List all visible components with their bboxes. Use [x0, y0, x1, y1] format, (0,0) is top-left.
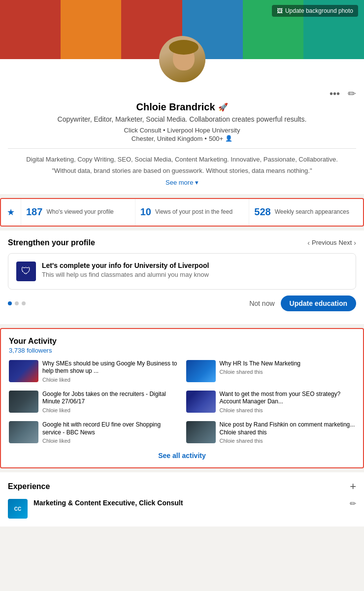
profile-views-count: 187	[26, 206, 42, 218]
exp-role: Marketing & Content Executive, Click Con…	[33, 499, 183, 507]
activity-title-4: Want to get the most from your SEO strat…	[220, 391, 356, 406]
profile-name-section: Chloie Brandrick 🚀 Copywriter, Editor, M…	[0, 101, 364, 142]
university-shield: 🛡	[16, 262, 36, 281]
list-item[interactable]: Why HR Is The New Marketing Chloie share…	[186, 360, 356, 383]
activity-title-5: Google hit with record EU fine over Shop…	[42, 421, 178, 436]
education-actions: Not now Update education	[249, 296, 356, 311]
edit-experience-button[interactable]: ✏	[350, 499, 356, 508]
avatar-image	[159, 36, 205, 82]
activity-followers[interactable]: 3,738 followers	[9, 347, 355, 354]
activity-grid: Why SMEs should be using Google My Busin…	[9, 360, 355, 444]
university-text: Liverpool Hope University	[167, 127, 240, 134]
star-icon: ★	[7, 207, 15, 218]
banner-segment-1	[0, 0, 61, 59]
search-label: Weekly search appearances	[275, 208, 349, 216]
not-now-button[interactable]: Not now	[249, 299, 274, 307]
location-separator: •	[204, 135, 207, 142]
experience-title: Experience	[8, 482, 50, 491]
see-more-button[interactable]: See more ▾	[165, 179, 199, 186]
activity-thumbnail-6	[186, 421, 216, 443]
more-options-button[interactable]: •••	[330, 88, 340, 99]
exp-info: Marketing & Content Executive, Click Con…	[33, 499, 183, 507]
camera-icon: 🖼	[277, 7, 283, 14]
company-logo: CC	[8, 499, 28, 519]
activity-info-2: Why HR Is The New Marketing Chloie share…	[220, 360, 301, 375]
analytics-post-views[interactable]: 10 Views of your post in the feed	[135, 199, 250, 226]
name-text: Chloie Brandrick	[136, 101, 215, 113]
analytics-search-appearances[interactable]: 528 Weekly search appearances	[249, 199, 363, 226]
activity-action-3: Chloie liked	[42, 407, 178, 413]
activity-action-5: Chloie liked	[42, 438, 178, 444]
thumb-img-4	[186, 391, 216, 413]
analytics-bar: ★ 187 Who's viewed your profile 10 Views…	[0, 198, 364, 227]
analytics-profile-views[interactable]: 187 Who's viewed your profile	[21, 199, 135, 226]
connections-icon: 👤	[225, 135, 232, 142]
activity-action-6: Chloie shared this	[220, 438, 356, 444]
next-button[interactable]: Next	[339, 239, 352, 246]
activity-title-2: Why HR Is The New Marketing	[220, 360, 301, 368]
pagination-dots: Not now Update education	[8, 296, 356, 311]
activity-action-4: Chloie shared this	[220, 407, 356, 413]
education-text: Let's complete your info for University …	[42, 262, 209, 278]
activity-info-4: Want to get the most from your SEO strat…	[220, 391, 356, 413]
profile-meta: Click Consult • Liverpool Hope Universit…	[10, 127, 354, 134]
shield-icon: 🛡	[21, 265, 31, 277]
list-item[interactable]: Google for Jobs takes on the recruiters …	[9, 391, 178, 413]
profile-location: Chester, United Kingdom • 500+ 👤	[10, 135, 354, 142]
activity-title: Your Activity	[9, 337, 355, 346]
next-chevron-icon: ›	[354, 239, 356, 247]
activity-info-1: Why SMEs should be using Google My Busin…	[42, 360, 178, 383]
company-text: Click Consult	[124, 127, 162, 134]
activity-title-6: Nice post by Rand Fishkin on comment mar…	[220, 421, 356, 436]
summary-line-2: "Without data, brand stories are based o…	[10, 166, 354, 176]
activity-title-1: Why SMEs should be using Google My Busin…	[42, 360, 178, 375]
post-views-label: Views of your post in the feed	[155, 208, 232, 216]
profile-name: Chloie Brandrick 🚀	[10, 101, 354, 113]
previous-button[interactable]: Previous	[312, 239, 337, 246]
update-education-button[interactable]: Update education	[281, 296, 356, 311]
strengthen-header: Strengthen your profile ‹ Previous Next …	[8, 238, 356, 247]
more-icon: •••	[330, 88, 340, 99]
see-all-activity-button[interactable]: See all activity	[9, 452, 355, 460]
connections-count: 500+	[209, 135, 223, 142]
update-background-photo-button[interactable]: 🖼 Update background photo	[272, 5, 358, 17]
education-card: 🛡 Let's complete your info for Universit…	[8, 253, 356, 290]
avatar[interactable]	[158, 34, 207, 84]
activity-title-3: Google for Jobs takes on the recruiters …	[42, 391, 178, 406]
activity-thumbnail-1	[9, 360, 38, 382]
dot-2	[15, 301, 19, 305]
activity-thumbnail-3	[9, 391, 38, 413]
logo-text: CC	[14, 506, 21, 512]
summary-line-1: Digital Marketing, Copy Writing, SEO, So…	[10, 155, 354, 164]
activity-action-1: Chloie liked	[42, 377, 178, 383]
analytics-star: ★	[1, 199, 21, 226]
thumb-img-2	[186, 360, 216, 382]
activity-thumbnail-2	[186, 360, 216, 382]
edit-icon: ✏	[348, 88, 356, 99]
experience-header: Experience +	[8, 480, 356, 493]
activity-section: Your Activity 3,738 followers Why SMEs s…	[0, 328, 364, 469]
add-experience-button[interactable]: +	[350, 480, 356, 493]
experience-item: CC Marketing & Content Executive, Click …	[8, 499, 356, 519]
dot-3	[22, 301, 26, 305]
search-count: 528	[254, 206, 270, 218]
exp-actions: ✏	[350, 499, 356, 508]
thumb-img-1	[9, 360, 38, 382]
profile-headline: Copywriter, Editor, Marketer, Social Med…	[10, 115, 354, 125]
list-item[interactable]: Google hit with record EU fine over Shop…	[9, 421, 178, 444]
activity-info-3: Google for Jobs takes on the recruiters …	[42, 391, 178, 413]
strengthen-profile-section: Strengthen your profile ‹ Previous Next …	[0, 230, 364, 324]
thumb-img-6	[186, 421, 216, 443]
profile-summary: Digital Marketing, Copy Writing, SEO, So…	[0, 155, 364, 186]
activity-thumbnail-5	[9, 421, 38, 443]
education-card-title: Let's complete your info for University …	[42, 262, 209, 269]
edit-profile-button[interactable]: ✏	[348, 88, 356, 99]
update-bg-label: Update background photo	[285, 7, 353, 14]
list-item[interactable]: Want to get the most from your SEO strat…	[186, 391, 356, 413]
list-item[interactable]: Why SMEs should be using Google My Busin…	[9, 360, 178, 383]
nav-buttons: ‹ Previous Next ›	[307, 239, 356, 247]
banner-segment-2	[61, 0, 121, 59]
location-text: Chester, United Kingdom	[132, 135, 203, 142]
experience-section: Experience + CC Marketing & Content Exec…	[0, 472, 364, 526]
list-item[interactable]: Nice post by Rand Fishkin on comment mar…	[186, 421, 356, 444]
